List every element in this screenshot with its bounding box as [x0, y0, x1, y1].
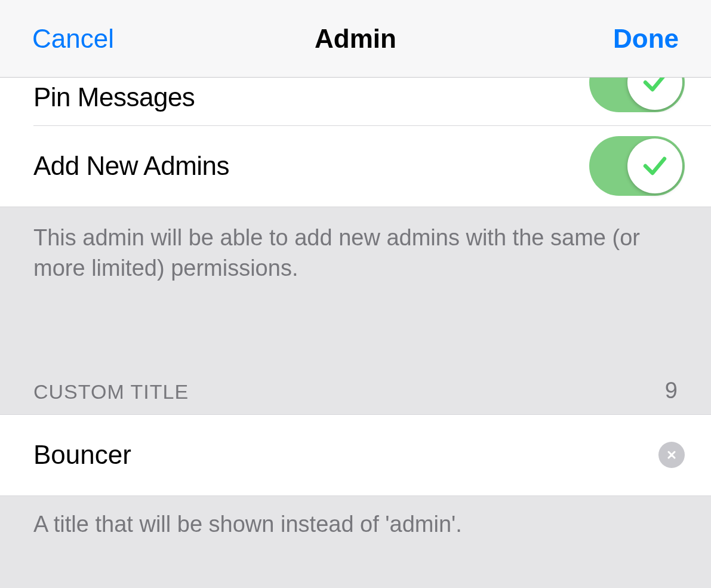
- done-button[interactable]: Done: [613, 0, 679, 77]
- pin-messages-row: Pin Messages: [0, 78, 711, 125]
- custom-title-input-row: Bouncer: [0, 414, 711, 496]
- cancel-label: Cancel: [32, 24, 114, 54]
- content-area: Pin Messages Add New Admins: [0, 78, 711, 561]
- custom-title-footer: A title that will be shown instead of 'a…: [0, 496, 711, 561]
- pin-messages-label: Pin Messages: [33, 82, 195, 112]
- checkmark-icon: [641, 78, 669, 97]
- clear-text-button[interactable]: [658, 442, 685, 468]
- checkmark-icon: [641, 152, 669, 180]
- custom-title-header-label: CUSTOM TITLE: [33, 380, 189, 404]
- close-icon: [666, 449, 678, 461]
- custom-title-remaining-count: 9: [665, 378, 678, 404]
- navigation-bar: Cancel Admin Done: [0, 0, 711, 78]
- custom-title-input[interactable]: Bouncer: [33, 440, 131, 470]
- done-label: Done: [613, 24, 679, 54]
- page-title: Admin: [315, 24, 396, 54]
- pin-messages-toggle[interactable]: [589, 78, 685, 112]
- add-new-admins-label: Add New Admins: [33, 151, 229, 181]
- permissions-footer: This admin will be able to add new admin…: [0, 207, 711, 284]
- add-new-admins-toggle[interactable]: [589, 136, 685, 196]
- cancel-button[interactable]: Cancel: [32, 0, 114, 77]
- add-new-admins-row: Add New Admins: [0, 125, 711, 207]
- permissions-group: Pin Messages Add New Admins: [0, 78, 711, 207]
- custom-title-header: CUSTOM TITLE 9: [0, 374, 711, 414]
- section-spacer: [0, 284, 711, 374]
